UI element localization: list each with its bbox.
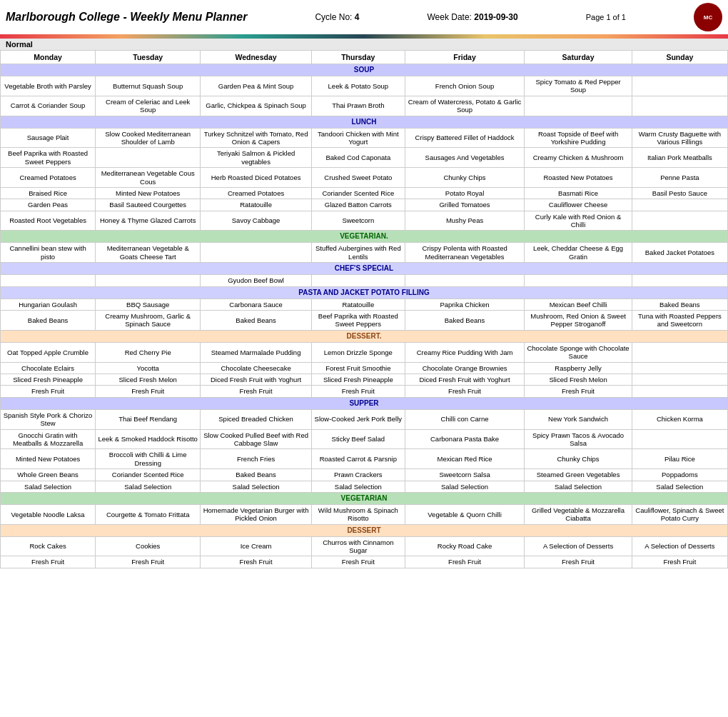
table-cell: Garlic, Chickpea & Spinach Soup bbox=[201, 96, 312, 116]
table-cell bbox=[632, 342, 727, 362]
table-cell: Beef Paprika with Roasted Sweet Peppers bbox=[1, 148, 96, 168]
table-cell: Salad Selection bbox=[96, 481, 201, 492]
table-row: Fresh FruitFresh FruitFresh FruitFresh F… bbox=[1, 556, 728, 568]
section-header-cell: LUNCH bbox=[1, 116, 728, 128]
table-cell: Chocolate Eclairs bbox=[1, 362, 96, 373]
table-row: Vegetable Noodle LaksaCourgette & Tomato… bbox=[1, 504, 728, 524]
table-cell: Basil Sauteed Courgettes bbox=[96, 199, 201, 211]
table-cell: Mushroom, Red Onion & Sweet Pepper Strog… bbox=[525, 311, 632, 331]
table-cell: Paprika Chicken bbox=[405, 299, 525, 310]
table-cell: Fresh Fruit bbox=[1, 556, 96, 568]
table-cell: French Fries bbox=[201, 449, 312, 469]
col-tuesday: Tuesday bbox=[96, 51, 201, 64]
table-cell: Butternut Squash Soup bbox=[96, 76, 201, 96]
table-row: Oat Topped Apple CrumbleRed Cherry PieSt… bbox=[1, 342, 728, 362]
table-cell: Spicy Prawn Tacos & Avocado Salsa bbox=[525, 429, 632, 449]
col-saturday: Saturday bbox=[525, 51, 632, 64]
col-sunday: Sunday bbox=[632, 51, 727, 64]
table-cell: Sticky Beef Salad bbox=[311, 429, 405, 449]
table-row: Cannellini bean stew with pistoMediterra… bbox=[1, 243, 728, 263]
table-cell: Grilled Tomatoes bbox=[405, 199, 525, 211]
table-cell: Garden Pea & Mint Soup bbox=[201, 76, 312, 96]
table-cell: Minted New Potatoes bbox=[96, 187, 201, 199]
table-cell: Spicy Tomato & Red Pepper Soup bbox=[525, 76, 632, 96]
table-cell: Fresh Fruit bbox=[525, 556, 632, 568]
table-cell: Vegetable Broth with Parsley bbox=[1, 76, 96, 96]
table-cell bbox=[632, 429, 727, 449]
section-header-cell: DESSERT. bbox=[1, 330, 728, 342]
table-cell bbox=[632, 373, 727, 385]
table-cell: Fresh Fruit bbox=[311, 556, 405, 568]
table-row: Creamed PotatoesMediterranean Vegetable … bbox=[1, 168, 728, 188]
table-cell: Baked Beans bbox=[201, 469, 312, 481]
table-cell: Broccoli with Chilli & Lime Dressing bbox=[96, 449, 201, 469]
section-header-cell: PASTA AND JACKET POTATO FILLING bbox=[1, 286, 728, 299]
table-cell: Baked Beans bbox=[201, 311, 312, 331]
table-row: Minted New PotatoesBroccoli with Chilli … bbox=[1, 449, 728, 469]
table-row: Rock CakesCookiesIce CreamChurros with C… bbox=[1, 536, 728, 556]
table-cell: Honey & Thyme Glazed Carrots bbox=[96, 211, 201, 231]
table-cell: Roast Topside of Beef with Yorkshire Pud… bbox=[525, 128, 632, 148]
table-cell: Sliced Fresh Melon bbox=[96, 373, 201, 385]
table-cell: Baked Beans bbox=[632, 299, 727, 310]
table-cell: Rocky Road Cake bbox=[405, 536, 525, 556]
page-info: Page 1 of 1 bbox=[586, 13, 626, 21]
table-cell: Mexican Red Rice bbox=[405, 449, 525, 469]
table-cell: Turkey Schnitzel with Tomato, Red Onion … bbox=[201, 128, 312, 148]
table-cell: Sweetcorn bbox=[311, 211, 405, 231]
table-cell: Salad Selection bbox=[1, 481, 96, 492]
table-cell: Mediterranean Vegetable & Goats Cheese T… bbox=[96, 243, 201, 263]
section-header-cell: VEGETARIAN bbox=[1, 492, 728, 504]
table-cell: BBQ Sausage bbox=[96, 299, 201, 310]
table-cell: Tuna with Roasted Peppers and Sweetcorn bbox=[632, 311, 727, 331]
table-cell: Red Cherry Pie bbox=[96, 342, 201, 362]
table-cell: Fresh Fruit bbox=[632, 556, 727, 568]
section-header-cell: SUPPER bbox=[1, 397, 728, 409]
table-cell: Fresh Fruit bbox=[405, 556, 525, 568]
table-cell: Cauliflower, Spinach & Sweet Potato Curr… bbox=[632, 504, 727, 524]
table-row: Sliced Fresh PineappleSliced Fresh Melon… bbox=[1, 373, 728, 385]
table-cell: Gnocchi Gratin with Meatballs & Mozzarel… bbox=[1, 429, 96, 449]
section-header-cell: VEGETARIAN. bbox=[1, 231, 728, 243]
table-row: Spanish Style Pork & Chorizo StewThai Be… bbox=[1, 409, 728, 429]
table-cell: Creamy Mushroom, Garlic & Spinach Sauce bbox=[96, 311, 201, 331]
table-cell: Hungarian Goulash bbox=[1, 299, 96, 310]
table-cell: Warm Crusty Baguette with Various Fillin… bbox=[632, 128, 727, 148]
table-cell: Savoy Cabbage bbox=[201, 211, 312, 231]
table-cell: Slow Cooked Pulled Beef with Red Cabbage… bbox=[201, 429, 312, 449]
table-cell: A Selection of Desserts bbox=[632, 536, 727, 556]
table-cell: Cannellini bean stew with pisto bbox=[1, 243, 96, 263]
table-row: Roasted Root VegetablesHoney & Thyme Gla… bbox=[1, 211, 728, 231]
table-cell: Baked Cod Caponata bbox=[311, 148, 405, 168]
table-cell bbox=[632, 211, 727, 231]
header: Marlborough College - Weekly Menu Planne… bbox=[0, 0, 728, 50]
table-cell: Thai Prawn Broth bbox=[311, 96, 405, 116]
table-cell: Poppadoms bbox=[632, 469, 727, 481]
table-cell: Oat Topped Apple Crumble bbox=[1, 342, 96, 362]
table-cell: Stuffed Aubergines with Red Lentils bbox=[311, 243, 405, 263]
table-cell: Crispy Polenta with Roasted Mediterranea… bbox=[405, 243, 525, 263]
table-cell: Cream of Celeriac and Leek Soup bbox=[96, 96, 201, 116]
table-cell bbox=[632, 362, 727, 373]
table-cell: Italian Pork Meatballs bbox=[632, 148, 727, 168]
table-cell: Salad Selection bbox=[405, 481, 525, 492]
table-row: Salad SelectionSalad SelectionSalad Sele… bbox=[1, 481, 728, 492]
table-cell: Gyudon Beef Bowl bbox=[201, 275, 312, 286]
table-cell bbox=[96, 275, 201, 286]
table-cell: Steamed Green Vegetables bbox=[525, 469, 632, 481]
table-cell: Salad Selection bbox=[311, 481, 405, 492]
table-cell: Cookies bbox=[96, 536, 201, 556]
table-cell: New York Sandwich bbox=[525, 409, 632, 429]
table-row: Carrot & Coriander SoupCream of Celeriac… bbox=[1, 96, 728, 116]
table-cell: Basil Pesto Sauce bbox=[632, 187, 727, 199]
table-cell: Leek & Potato Soup bbox=[311, 76, 405, 96]
table-cell: Fresh Fruit bbox=[525, 386, 632, 397]
table-cell: Ratatouille bbox=[201, 199, 312, 211]
col-wednesday: Wednesday bbox=[201, 51, 312, 64]
table-cell: Carrot & Coriander Soup bbox=[1, 96, 96, 116]
table-cell: Sausages And Vegetables bbox=[405, 148, 525, 168]
week-info: Week Date: 2019-09-30 bbox=[427, 12, 517, 22]
table-cell: Penne Pasta bbox=[632, 168, 727, 188]
table-cell bbox=[632, 386, 727, 397]
table-cell: Fresh Fruit bbox=[405, 386, 525, 397]
